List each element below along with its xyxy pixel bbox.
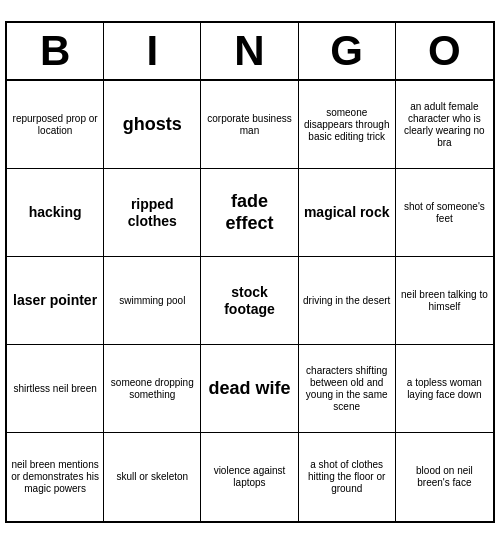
bingo-cell-11: swimming pool <box>104 257 201 345</box>
bingo-cell-18: characters shifting between old and youn… <box>299 345 396 433</box>
bingo-cell-19: a topless woman laying face down <box>396 345 493 433</box>
bingo-cell-8: magical rock <box>299 169 396 257</box>
bingo-cell-6: ripped clothes <box>104 169 201 257</box>
bingo-cell-17: dead wife <box>201 345 298 433</box>
bingo-cell-4: an adult female character who is clearly… <box>396 81 493 169</box>
bingo-cell-14: neil breen talking to himself <box>396 257 493 345</box>
bingo-cell-3: someone disappears through basic editing… <box>299 81 396 169</box>
bingo-card: BINGO repurposed prop or locationghostsc… <box>5 21 495 523</box>
bingo-cell-22: violence against laptops <box>201 433 298 521</box>
bingo-cell-15: shirtless neil breen <box>7 345 104 433</box>
bingo-letter-i: I <box>104 23 201 79</box>
bingo-header: BINGO <box>7 23 493 81</box>
bingo-cell-24: blood on neil breen's face <box>396 433 493 521</box>
bingo-letter-g: G <box>299 23 396 79</box>
bingo-letter-b: B <box>7 23 104 79</box>
bingo-letter-o: O <box>396 23 493 79</box>
bingo-cell-10: laser pointer <box>7 257 104 345</box>
bingo-cell-1: ghosts <box>104 81 201 169</box>
bingo-grid: repurposed prop or locationghostscorpora… <box>7 81 493 521</box>
bingo-cell-23: a shot of clothes hitting the floor or g… <box>299 433 396 521</box>
bingo-cell-5: hacking <box>7 169 104 257</box>
bingo-cell-7: fade effect <box>201 169 298 257</box>
bingo-letter-n: N <box>201 23 298 79</box>
bingo-cell-12: stock footage <box>201 257 298 345</box>
bingo-cell-21: skull or skeleton <box>104 433 201 521</box>
bingo-cell-20: neil breen mentions or demonstrates his … <box>7 433 104 521</box>
bingo-cell-0: repurposed prop or location <box>7 81 104 169</box>
bingo-cell-2: corporate business man <box>201 81 298 169</box>
bingo-cell-9: shot of someone's feet <box>396 169 493 257</box>
bingo-cell-16: someone dropping something <box>104 345 201 433</box>
bingo-cell-13: driving in the desert <box>299 257 396 345</box>
